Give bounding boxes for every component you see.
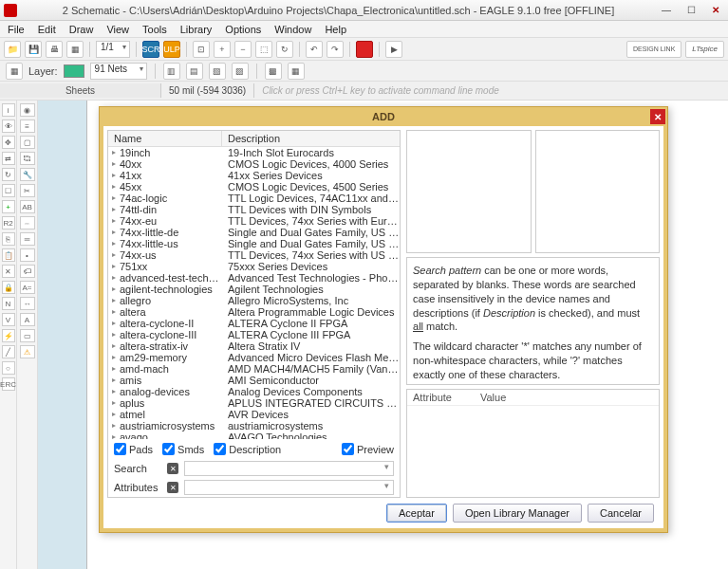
- list-item[interactable]: ▸19inch19-Inch Slot Eurocards: [108, 147, 400, 158]
- show-icon[interactable]: 👁: [2, 119, 15, 133]
- mirror-icon[interactable]: ⇄: [2, 152, 15, 165]
- lock-icon[interactable]: 🔒: [2, 281, 15, 294]
- redraw-icon[interactable]: ↻: [276, 41, 293, 58]
- smash-icon[interactable]: ⚡: [2, 329, 15, 342]
- stop-icon[interactable]: [356, 41, 373, 58]
- list-item[interactable]: ▸74ttl-dinTTL Devices with DIN Symbols: [108, 204, 400, 215]
- view-mode-6-icon[interactable]: ▦: [288, 63, 305, 80]
- list-item[interactable]: ▸atmelAVR Devices: [108, 409, 400, 420]
- list-item[interactable]: ▸74xx-usTTL Devices, 74xx Series with US…: [108, 249, 400, 261]
- paste-icon[interactable]: 📋: [2, 248, 15, 262]
- circle-icon[interactable]: ○: [2, 361, 15, 375]
- warn-icon[interactable]: ⚠: [20, 345, 35, 358]
- eye-icon[interactable]: ◉: [20, 103, 35, 117]
- undo-icon[interactable]: ↶: [306, 41, 323, 58]
- change-icon[interactable]: 🔧: [20, 168, 35, 181]
- info-icon[interactable]: i: [2, 103, 15, 117]
- command-line[interactable]: Click or press Ctrl+L key to activate co…: [254, 83, 728, 98]
- list-item[interactable]: ▸amd-machAMD MACH4/MACH5 Family (Vantis): [108, 363, 400, 375]
- copy2-icon[interactable]: ⿻: [20, 152, 35, 165]
- smds-checkbox[interactable]: Smds: [162, 443, 204, 455]
- open-icon[interactable]: 📁: [4, 41, 21, 58]
- close-button[interactable]: ✕: [703, 2, 728, 19]
- description-checkbox[interactable]: Description: [214, 443, 281, 455]
- list-item[interactable]: ▸amisAMI Semiconductor: [108, 375, 400, 386]
- layer-dropdown[interactable]: 91 Nets: [90, 63, 147, 80]
- zoom-in-icon[interactable]: +: [214, 41, 231, 58]
- list-item[interactable]: ▸alteraAltera Programmable Logic Devices: [108, 306, 400, 318]
- attribute-icon[interactable]: A=: [20, 281, 35, 294]
- list-item[interactable]: ▸74xx-euTTL Devices, 74xx Series with Eu…: [108, 215, 400, 227]
- move-icon[interactable]: ✥: [2, 136, 15, 149]
- zoom-out-icon[interactable]: −: [234, 41, 252, 58]
- list-item[interactable]: ▸751xx75xxx Series Devices: [108, 261, 400, 272]
- zoom-fit-icon[interactable]: ⊡: [193, 41, 210, 58]
- list-item[interactable]: ▸74xx-little-usSingle and Dual Gates Fam…: [108, 238, 400, 249]
- list-item[interactable]: ▸altera-cyclone-IIALTERA Cyclone II FPGA: [108, 318, 400, 329]
- text-icon[interactable]: A: [20, 313, 35, 326]
- print-icon[interactable]: 🖶: [46, 41, 63, 58]
- minimize-button[interactable]: —: [654, 2, 679, 19]
- list-item[interactable]: ▸45xxCMOS Logic Devices, 4500 Series: [108, 181, 400, 193]
- menu-help[interactable]: Help: [319, 23, 352, 36]
- menu-library[interactable]: Library: [175, 23, 218, 36]
- designlink-button[interactable]: DESIGN LINK: [626, 41, 681, 58]
- menu-options[interactable]: Options: [219, 23, 267, 36]
- list-item[interactable]: ▸am29-memoryAdvanced Micro Devices Flash…: [108, 352, 400, 363]
- list-item[interactable]: ▸agilent-technologiesAgilent Technologie…: [108, 284, 400, 295]
- sheets-tab[interactable]: Sheets: [0, 83, 161, 98]
- dialog-close-button[interactable]: ✕: [650, 109, 665, 124]
- dim-icon[interactable]: ↔: [20, 297, 35, 310]
- tag-icon[interactable]: AB: [20, 200, 35, 213]
- rotate-icon[interactable]: ↻: [2, 168, 15, 181]
- menu-edit[interactable]: Edit: [32, 23, 62, 36]
- menu-draw[interactable]: Draw: [64, 23, 100, 36]
- zoom-sel-icon[interactable]: ⬚: [255, 41, 272, 58]
- board-icon[interactable]: ▦: [66, 41, 84, 58]
- save-icon[interactable]: 💾: [25, 41, 42, 58]
- list-item[interactable]: ▸altera-cyclone-IIIALTERA Cyclone III FP…: [108, 329, 400, 340]
- cancel-button[interactable]: Cancelar: [588, 504, 654, 523]
- list-item[interactable]: ▸analog-devicesAnalog Devices Components: [108, 386, 400, 397]
- group-icon[interactable]: ☐: [2, 184, 15, 197]
- net-icon[interactable]: ⎓: [20, 216, 35, 229]
- list-item[interactable]: ▸altera-stratix-ivAltera Stratix IV: [108, 340, 400, 352]
- pads-checkbox[interactable]: Pads: [114, 443, 153, 455]
- redo-icon[interactable]: ↷: [327, 41, 344, 58]
- menu-view[interactable]: View: [101, 23, 135, 36]
- attributes-clear-icon[interactable]: ✕: [167, 482, 178, 493]
- list-item[interactable]: ▸41xx41xx Series Devices: [108, 170, 400, 181]
- view-mode-1-icon[interactable]: ▥: [163, 63, 180, 80]
- menu-window[interactable]: Window: [269, 23, 317, 36]
- ulp-icon[interactable]: ULP: [163, 41, 180, 58]
- grid-icon[interactable]: ▦: [6, 63, 23, 80]
- list-item[interactable]: ▸allegroAllegro MicroSystems, Inc: [108, 295, 400, 306]
- search-input[interactable]: [184, 461, 394, 476]
- preview-checkbox[interactable]: Preview: [342, 443, 394, 455]
- list-item[interactable]: ▸40xxCMOS Logic Devices, 4000 Series: [108, 158, 400, 170]
- column-description[interactable]: Description: [222, 131, 400, 146]
- copy-icon[interactable]: ⎘: [2, 232, 15, 246]
- attribute-table[interactable]: Attribute Value: [406, 389, 660, 498]
- bus-icon[interactable]: ═: [20, 232, 35, 246]
- list-item[interactable]: ▸avagoAVAGO Technologies: [108, 431, 400, 439]
- view-mode-3-icon[interactable]: ▧: [209, 63, 226, 80]
- list-item[interactable]: ▸74ac-logicTTL Logic Devices, 74AC11xx a…: [108, 193, 400, 204]
- maximize-button[interactable]: ☐: [679, 2, 703, 19]
- list-item[interactable]: ▸aplusAPLUS INTEGRATED CIRCUITS INC.: [108, 397, 400, 409]
- add-icon[interactable]: +: [2, 200, 15, 213]
- value-icon[interactable]: V: [2, 313, 15, 326]
- menu-tools[interactable]: Tools: [137, 23, 173, 36]
- delete-icon[interactable]: ✕: [2, 265, 15, 278]
- ok-button[interactable]: Aceptar: [386, 504, 447, 523]
- view-mode-2-icon[interactable]: ▤: [186, 63, 203, 80]
- ltspice-button[interactable]: LTspice: [685, 41, 724, 58]
- view-mode-5-icon[interactable]: ▩: [265, 63, 282, 80]
- library-rows[interactable]: ▸19inch19-Inch Slot Eurocards▸40xxCMOS L…: [108, 147, 400, 439]
- open-library-manager-button[interactable]: Open Library Manager: [453, 504, 582, 523]
- erc-icon[interactable]: ERC: [2, 377, 15, 391]
- rect-icon[interactable]: ▭: [20, 329, 35, 342]
- line-icon[interactable]: ╱: [2, 345, 15, 358]
- label-icon[interactable]: 🏷: [20, 265, 35, 278]
- list-item[interactable]: ▸74xx-little-deSingle and Dual Gates Fam…: [108, 227, 400, 238]
